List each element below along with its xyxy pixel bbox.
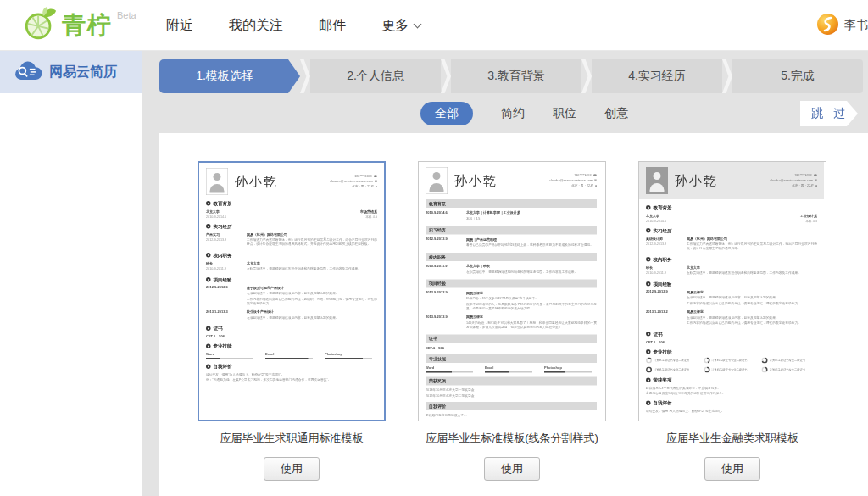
template-card-standard[interactable]: 孙小乾186****3653☎cloudcv@service.netease.c… xyxy=(198,161,386,421)
donut-label: 计算机等级证书专业二级证书 xyxy=(770,359,805,363)
nav-item-mail[interactable]: 邮件 xyxy=(319,17,346,35)
step-personal-info[interactable]: 2.个人信息 xyxy=(310,59,441,93)
section-title: 证书 xyxy=(206,326,377,332)
phone-icon: ☎ xyxy=(593,174,597,177)
use-template-button[interactable]: 使用 xyxy=(484,457,540,481)
template-card-lines[interactable]: 孙小乾186****3653☎cloudcv@service.netease.c… xyxy=(418,161,606,421)
skip-button[interactable]: 跳 过 xyxy=(800,101,858,126)
nav-item-more[interactable]: 更多 xyxy=(381,17,420,35)
skill-track xyxy=(325,358,372,359)
tab-all[interactable]: 全部 xyxy=(420,102,473,125)
entry-body: 北京大学｜班长在职责描述中，需要精确描述期间职务和所辖事务范围，工作内容及工作成… xyxy=(466,264,597,276)
entry-left-line: 高级设计师 xyxy=(646,237,683,242)
nav-item-following[interactable]: 我的关注 xyxy=(229,17,283,35)
entry-body: 北京大学在职责描述中，需要精确描述所担任职务和所辖事务范围，工作内容及工作成果。 xyxy=(687,265,817,277)
tab-creative[interactable]: 创意 xyxy=(604,106,628,121)
skill-track xyxy=(544,371,592,373)
lime-logo-icon xyxy=(22,6,58,45)
main-area: 1.模板选择 2.个人信息 3.教育背景 4.实习经历 5.完成 全部 简约 职… xyxy=(142,51,868,496)
section-title-text: 证书 xyxy=(654,331,663,337)
resume-section: 实习经历产品实习2012.9-2013.9网易（杭州）网络有限公司工作描述力求表… xyxy=(206,223,377,248)
nav-item-nearby[interactable]: 附近 xyxy=(166,17,193,35)
entry-left-line: 班长 xyxy=(206,261,243,266)
skill-donut: 计算机等级证书专业二级证书 xyxy=(704,367,759,373)
cloud-resume-icon xyxy=(14,60,42,85)
donut-label: 计算机等级证书专业二级证书 xyxy=(711,368,747,372)
skill-donut: 计算机等级证书专业二级证书 xyxy=(762,358,817,364)
brand-logo[interactable]: 青柠 Beta xyxy=(22,0,136,51)
resume-entry: 高级设计师2012.9-2013.9网易（杭州）网络有限公司工作描述力求表述清晰… xyxy=(646,237,817,253)
skill-bars: WordExcelPhotoshop xyxy=(206,352,377,359)
tab-position[interactable]: 职位 xyxy=(553,106,576,121)
template-column-2: 孙小乾186****3653☎cloudcv@service.netease.c… xyxy=(418,161,606,481)
resume-name: 孙小乾 xyxy=(235,173,278,191)
resume-section: 证书CET-6 506 xyxy=(426,335,597,351)
section-icon xyxy=(646,349,651,354)
section-title-text: 项目经验 xyxy=(214,276,232,283)
entry-paragraph: 在项目描述中，需要精确描述项目内容，目标及期望达到的效果。 xyxy=(687,315,817,320)
entry-paragraph: 在项目描述中，需要精确描述项目内容，目标及期望达到的效果。 xyxy=(247,292,377,296)
entry-right-line: 工业设计系 xyxy=(778,214,817,219)
entry-heading: 网易（杭州）网络有限公司 xyxy=(247,232,377,237)
entry-paragraph: 工作描述力求表述清晰简练，例：进行双月刊的栏目策划与设计工作，结合不同行业双月刊… xyxy=(247,238,377,247)
resume-entry: 班长2010.9-2011.9北京大学在职责描述中，需要精确描述所担任职务和所辖… xyxy=(646,265,817,277)
skill-donuts: 计算机等级证书专业二级证书计算机等级证书专业二级证书计算机等级证书专业二级证书计… xyxy=(646,358,817,373)
section-title: 专业技能 xyxy=(646,348,817,355)
use-template-button[interactable]: 使用 xyxy=(704,457,760,481)
section-icon xyxy=(206,201,211,206)
resume-entry: 2012.9-2012.9网易云课堂机缘巧合，我不仅参与到“网易云课堂”这个项目… xyxy=(426,291,597,312)
contact-line: 北京 · 男 · 22岁● xyxy=(770,183,817,188)
section-icon xyxy=(206,344,211,349)
resume-preview-content: 孙小乾186****3653☎cloudcv@service.netease.c… xyxy=(419,162,604,421)
section-title-text: 教育背景 xyxy=(654,204,672,211)
resume-section: 专业技能WordExcelPhotoshop xyxy=(206,343,377,359)
certificate-line: CET-6 506 xyxy=(646,340,817,345)
resume-name: 孙小乾 xyxy=(675,172,718,190)
template-card-finance[interactable]: 孙小乾186****3653☎cloudcv@service.netease.c… xyxy=(638,161,826,421)
section-title-text: 自我评价 xyxy=(214,364,232,371)
entry-heading: 网易云课堂 xyxy=(687,290,817,295)
template-column-3: 孙小乾186****3653☎cloudcv@service.netease.c… xyxy=(638,161,826,481)
section-icon xyxy=(646,332,651,337)
resume-section: 校内职务班长2010.9-2011.9北京大学在职责描述中，需要精确描述所担任职… xyxy=(646,256,817,276)
donut-label: 计算机等级证书专业二级证书 xyxy=(770,368,805,372)
entry-left-line: 2012.9-2012.9 xyxy=(646,290,683,294)
resume-entry: 2012.9-2012.9基于娱乐可视化产品设计在项目描述中，需要精确描述项目内… xyxy=(206,286,377,307)
step-internship[interactable]: 4.实习经历 xyxy=(592,59,722,93)
entry-heading: 北京大学｜计算机学院｜工业设计系 xyxy=(466,210,597,215)
photo-placeholder xyxy=(206,168,228,195)
sidebar-item-cloud-resume[interactable]: 网易云简历 xyxy=(0,51,142,93)
use-template-button[interactable]: 使用 xyxy=(264,457,320,481)
step-template-select[interactable]: 1.模板选择 xyxy=(159,59,300,93)
entry-body: 基于娱乐可视化产品设计在项目描述中，需要精确描述项目内容，目标及期望达到的效果。… xyxy=(247,286,377,307)
entry-right-line: 本科 4.5 xyxy=(778,219,817,223)
step-finish[interactable]: 5.完成 xyxy=(732,59,863,93)
step-education[interactable]: 3.教育背景 xyxy=(451,59,581,93)
entry-left-line: 2012.9-2012.9 xyxy=(426,291,463,295)
user-chip[interactable]: 李书 xyxy=(816,0,868,51)
entry-body xyxy=(247,209,338,220)
section-title: 证书 xyxy=(646,331,817,337)
entry-paragraph: 在职责描述中，需要精确描述期间职务和所辖事务范围，工作内容及工作成果。 xyxy=(466,270,597,274)
phone-icon: ☎ xyxy=(814,174,817,177)
section-title-text: 校内职务 xyxy=(654,256,672,263)
resume-entry: 2010.9-2014.6北京大学｜计算机学院｜工业设计系本科｜4.5 xyxy=(426,210,597,222)
section-title-text: 自我评价 xyxy=(654,400,672,407)
mail-icon: ✉ xyxy=(594,179,597,182)
top-nav: 附近 我的关注 邮件 更多 xyxy=(166,0,420,51)
section-icon xyxy=(646,281,651,287)
section-title: 实习经历 xyxy=(646,227,817,234)
entry-left: 2010.9-2011.9 xyxy=(426,264,466,276)
phone-icon: ☎ xyxy=(374,175,377,178)
person-icon: ● xyxy=(376,185,377,188)
section-title: 实习经历 xyxy=(426,226,597,235)
text-line: 2013年10月获北京大学一等奖学金 xyxy=(426,388,597,393)
section-title: 教育背景 xyxy=(426,199,597,208)
resume-section: 项目经验2012.9-2012.9基于娱乐可视化产品设计在项目描述中，需要精确描… xyxy=(206,276,377,321)
tab-simple[interactable]: 简约 xyxy=(501,106,525,121)
section-title-text: 实习经历 xyxy=(654,227,672,234)
entry-left-line: 2012.9-2013.9 xyxy=(426,237,463,242)
chevron-separator-icon xyxy=(581,59,592,93)
section-title-text: 荣获奖项 xyxy=(654,377,672,384)
skill-name: Excel xyxy=(265,352,313,356)
